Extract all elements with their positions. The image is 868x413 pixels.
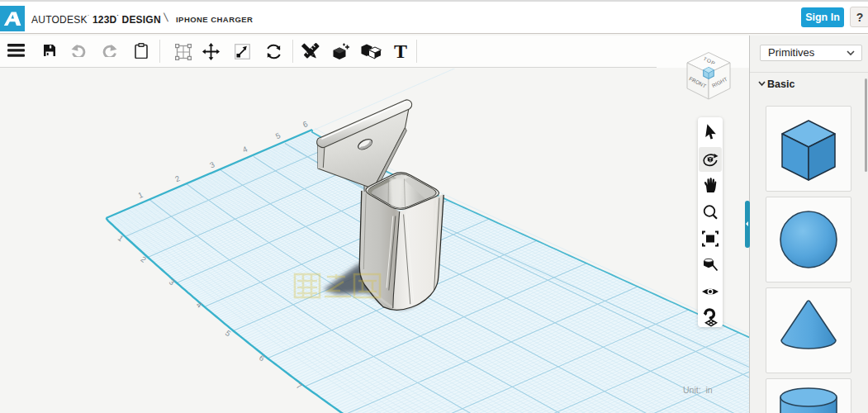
svg-text:1: 1 xyxy=(116,233,126,243)
svg-text:5: 5 xyxy=(224,328,233,338)
svg-text:7: 7 xyxy=(295,381,304,391)
svg-text:3: 3 xyxy=(208,159,216,169)
svg-text:5: 5 xyxy=(274,131,282,140)
svg-text:6: 6 xyxy=(301,119,309,129)
svg-text:6: 6 xyxy=(258,353,267,363)
svg-text:4: 4 xyxy=(241,145,249,154)
svg-text:2: 2 xyxy=(139,254,148,264)
svg-text:2: 2 xyxy=(173,173,181,183)
svg-text:1: 1 xyxy=(136,190,144,200)
